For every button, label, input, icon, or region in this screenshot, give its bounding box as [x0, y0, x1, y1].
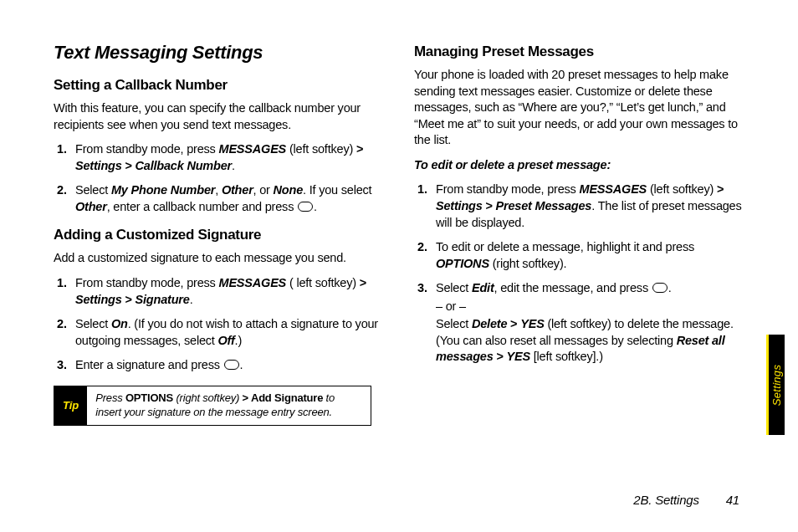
text: , edit the message, and press [494, 281, 652, 294]
side-tab-label: Settings [770, 364, 783, 405]
right-column: Managing Preset Messages Your phone is l… [414, 42, 748, 426]
text: Select [436, 281, 472, 294]
page-title: Text Messaging Settings [54, 42, 387, 64]
preset-messages-label: Preset Messages [496, 199, 592, 212]
text: To edit or delete a message, highlight i… [436, 240, 694, 253]
text: Press [95, 391, 125, 404]
messages-label: MESSAGES [219, 276, 287, 289]
text: . [668, 281, 672, 294]
preset-intro: Your phone is loaded with 20 preset mess… [414, 67, 748, 149]
ok-button-icon [298, 202, 313, 212]
options-label: OPTIONS [125, 391, 173, 404]
on-label: On [111, 317, 128, 330]
gt-icon: > [243, 391, 248, 404]
list-item: From standby mode, press MESSAGES ( left… [54, 275, 387, 308]
text: , enter a callback number and press [107, 200, 297, 213]
text: [left softkey].) [530, 350, 603, 363]
text: Enter a signature and press [75, 358, 223, 371]
text: (right softkey) [173, 391, 243, 404]
callback-steps: From standby mode, press MESSAGES (left … [54, 141, 387, 215]
yes-label: YES [520, 317, 544, 330]
preset-preamble: To edit or delete a preset message: [414, 157, 748, 174]
list-item: Select On. (If you do not wish to attach… [54, 316, 387, 349]
text: .) [235, 334, 242, 347]
heading-signature: Adding a Customized Signature [54, 227, 387, 243]
gt-icon: > [494, 350, 507, 363]
gt-icon: > [356, 142, 363, 156]
text: From standby mode, press [75, 142, 219, 156]
delete-label: Delete [472, 317, 507, 330]
signature-label: Signature [136, 293, 190, 306]
text: From standby mode, press [75, 276, 219, 289]
settings-label: Settings [75, 159, 122, 172]
list-item: Select Edit, edit the message, and press… [414, 280, 748, 366]
list-item: Enter a signature and press . [54, 357, 387, 374]
yes-label: YES [506, 350, 529, 363]
callback-number-label: Callback Number [136, 159, 232, 172]
gt-icon: > [483, 199, 496, 212]
tip-box: Tip Press OPTIONS (right softkey) > Add … [54, 386, 371, 426]
list-item: To edit or delete a message, highlight i… [414, 239, 748, 272]
gt-icon: > [122, 159, 136, 172]
preset-steps: From standby mode, press MESSAGES (left … [414, 182, 748, 366]
text: ( left softkey) [286, 276, 360, 289]
other-label: Other [75, 200, 107, 213]
text: Select [436, 317, 472, 330]
list-item: From standby mode, press MESSAGES (left … [54, 141, 387, 174]
signature-intro: Add a customized signature to each messa… [54, 250, 387, 267]
text: Select [75, 317, 111, 330]
callback-intro: With this feature, you can specify the c… [54, 100, 387, 133]
heading-preset: Managing Preset Messages [414, 43, 748, 60]
text: From standby mode, press [436, 182, 580, 196]
list-item: From standby mode, press MESSAGES (left … [414, 182, 748, 231]
text: . If you select [303, 183, 371, 197]
settings-label: Settings [75, 293, 122, 306]
footer: 2B. Settings 41 [633, 493, 739, 507]
gt-icon: > [717, 182, 724, 196]
off-label: Off [218, 334, 235, 347]
text: , [215, 183, 222, 197]
text: . [314, 200, 317, 213]
text: . [232, 159, 235, 172]
text: (left softkey) [647, 182, 717, 196]
page: Text Messaging Settings Setting a Callba… [0, 0, 798, 532]
footer-section: 2B. Settings [633, 493, 698, 507]
signature-steps: From standby mode, press MESSAGES ( left… [54, 275, 387, 374]
ok-button-icon [652, 283, 668, 293]
heading-callback: Setting a Callback Number [54, 77, 387, 94]
ok-button-icon [224, 360, 239, 370]
text: . [190, 293, 193, 306]
settings-label: Settings [436, 199, 483, 212]
columns: Text Messaging Settings Setting a Callba… [54, 42, 748, 426]
gt-icon: > [122, 293, 136, 306]
messages-label: MESSAGES [219, 142, 287, 156]
my-phone-number-label: My Phone Number [111, 183, 215, 197]
gt-icon: > [507, 317, 520, 330]
options-label: OPTIONS [436, 257, 489, 270]
text: , or [253, 183, 274, 197]
text: . [240, 358, 243, 371]
left-column: Text Messaging Settings Setting a Callba… [54, 42, 387, 426]
list-item: Select My Phone Number, Other, or None. … [54, 182, 387, 215]
text: (left softkey) [286, 142, 356, 156]
side-tab: Settings [766, 335, 785, 435]
tip-text: Press OPTIONS (right softkey) > Add Sign… [87, 386, 371, 425]
text: (right softkey). [489, 257, 567, 270]
text: Select [75, 183, 111, 197]
page-number: 41 [726, 493, 739, 507]
edit-label: Edit [472, 281, 494, 294]
other-label: Other [222, 183, 253, 197]
gt-icon: > [360, 276, 366, 289]
none-label: None [274, 183, 303, 197]
tip-label: Tip [54, 386, 87, 425]
messages-label: MESSAGES [580, 182, 647, 196]
add-signature-label: Add Signature [248, 391, 323, 404]
or-separator: – or – [436, 299, 748, 315]
